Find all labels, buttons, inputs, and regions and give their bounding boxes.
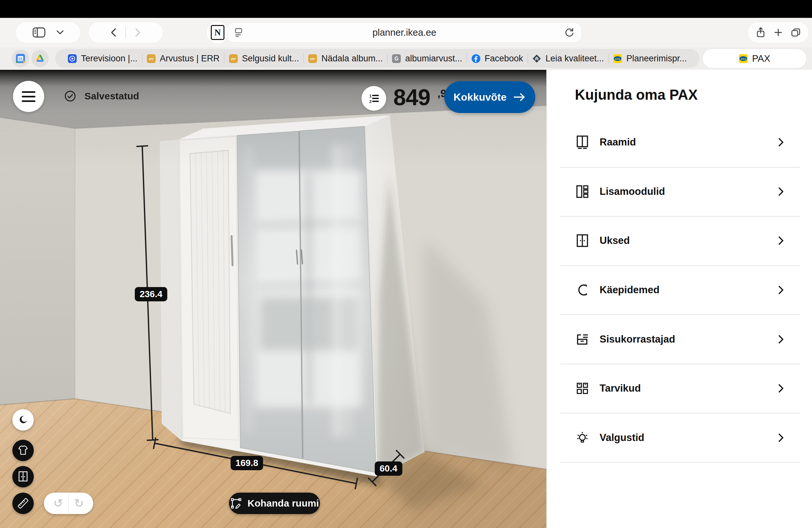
nav-buttons-group — [88, 22, 163, 43]
bookmark-label: Arvustus | ERR — [160, 54, 220, 64]
panel-item-kaepidemed[interactable]: Käepidemed — [547, 270, 812, 309]
chevron-down-icon[interactable] — [57, 30, 64, 35]
forward-button[interactable] — [135, 28, 141, 37]
google-calendar-bookmark[interactable]: 31 — [12, 50, 29, 67]
doors-icon — [575, 233, 590, 248]
svg-text:1: 1 — [369, 93, 372, 98]
price-whole: 849 — [393, 86, 430, 109]
chevron-right-icon — [778, 285, 784, 295]
wardrobe-view-button[interactable] — [12, 466, 34, 487]
chevron-right-icon — [778, 235, 784, 246]
err-icon: err — [308, 54, 317, 63]
arrow-right-icon — [512, 92, 526, 102]
panel-item-raamid[interactable]: Raamid — [547, 123, 812, 162]
configuration-panel: Kujunda oma PAX Raamid Lisamoodulid Ukse… — [546, 70, 812, 528]
undo-redo-group: ↺ ↻ — [44, 493, 93, 514]
ikea-icon: IKEA — [739, 54, 748, 63]
sidebar-toggle-group — [16, 22, 81, 43]
redo-button[interactable]: ↻ — [69, 493, 89, 513]
panel-divider — [560, 216, 800, 217]
bookmark-separator — [608, 54, 609, 63]
bookmark-separator — [527, 54, 528, 63]
undo-button[interactable]: ↺ — [48, 493, 68, 513]
interior-organizers-icon — [575, 332, 590, 347]
panel-item-valgustid[interactable]: Valgustid — [547, 418, 812, 457]
panel-item-label: Käepidemed — [599, 284, 659, 296]
depth-dimension-label: 60.4 — [375, 461, 403, 476]
bookmark-separator — [142, 54, 143, 63]
item-list-button[interactable]: 12 — [362, 86, 386, 111]
svg-text:err: err — [149, 57, 154, 61]
refresh-icon[interactable] — [565, 28, 574, 37]
jupiter-icon — [68, 54, 77, 63]
facebook-icon — [472, 54, 480, 63]
bookmark-label: Planeerimispr... — [626, 54, 687, 64]
bookmark-facebook[interactable]: Facebook — [472, 54, 523, 64]
pax-wardrobe — [160, 115, 424, 477]
share-icon[interactable] — [755, 27, 766, 38]
bookmark-leia[interactable]: Leia kvaliteet... — [532, 54, 604, 64]
g-icon: G — [392, 54, 401, 63]
decorate-button[interactable] — [12, 440, 34, 461]
save-status: Salvestatud — [64, 90, 139, 102]
panel-divider — [560, 462, 800, 463]
google-calendar-icon: 31 — [16, 54, 25, 63]
new-tab-icon[interactable] — [774, 28, 783, 37]
chevron-right-icon — [778, 383, 784, 394]
bookmark-albumiarvust[interactable]: G albumiarvust... — [392, 54, 462, 64]
edit-room-icon — [230, 497, 242, 510]
svg-text:IKEA: IKEA — [615, 58, 620, 60]
adjust-room-button[interactable]: Kohanda ruumi — [229, 493, 320, 514]
bookmark-label: Terevisioon |... — [81, 54, 137, 64]
bookmark-separator — [224, 54, 224, 63]
notion-extension-button[interactable]: N — [206, 21, 229, 44]
tab-pax[interactable]: IKEA PAX — [702, 48, 807, 69]
dark-mode-button[interactable] — [12, 409, 34, 430]
panel-item-sisukorrastajad[interactable]: Sisukorrastajad — [547, 320, 812, 359]
ruler-icon — [17, 497, 29, 510]
panel-item-tarvikud[interactable]: Tarvikud — [547, 369, 812, 408]
chevron-right-icon — [778, 432, 784, 443]
menu-button[interactable] — [13, 81, 44, 112]
bookmark-nadala[interactable]: err Nädala album... — [308, 54, 382, 64]
hamburger-icon — [22, 91, 35, 93]
panel-title: Kujunda oma PAX — [575, 87, 698, 103]
bookmarks-bar: 31 Terevisioon |... err Arvustus | ERR e… — [0, 47, 812, 70]
lighting-icon — [575, 430, 590, 445]
room-3d-view[interactable] — [0, 70, 546, 528]
bookmark-arvustus[interactable]: err Arvustus | ERR — [147, 54, 220, 64]
nav-divider — [125, 27, 126, 38]
chevron-right-icon — [778, 137, 784, 147]
quality-mark-icon — [532, 54, 541, 63]
bookmark-planeerimispr[interactable]: IKEA Planeerimispr... — [613, 54, 687, 64]
sidebar-toggle-icon[interactable] — [32, 27, 45, 38]
google-drive-bookmark[interactable] — [31, 50, 49, 67]
summary-button[interactable]: Kokkuvõte — [444, 81, 535, 113]
panel-item-label: Raamid — [599, 136, 636, 148]
panel-item-uksed[interactable]: Uksed — [547, 221, 812, 260]
bookmark-label: Leia kvaliteet... — [545, 54, 604, 64]
favorites-group: Terevisioon |... err Arvustus | ERR err … — [55, 49, 700, 68]
panel-item-label: Lisamoodulid — [599, 186, 665, 197]
panel-divider — [560, 265, 800, 266]
room-scene — [0, 70, 546, 528]
accessories-icon — [575, 381, 590, 396]
bookmark-selgusid[interactable]: err Selgusid kult... — [229, 54, 299, 64]
svg-text:err: err — [310, 57, 315, 61]
adjust-room-label: Kohanda ruumi — [247, 498, 319, 509]
svg-text:err: err — [231, 57, 236, 61]
address-bar[interactable]: planner.ikea.ee — [227, 23, 581, 42]
tshirt-icon — [17, 444, 29, 457]
svg-text:IKEA: IKEA — [741, 58, 746, 60]
reader-icon[interactable] — [234, 28, 244, 37]
tab-overview-icon[interactable] — [791, 28, 801, 37]
bookmark-label: Nädala album... — [321, 54, 382, 64]
svg-text:G: G — [395, 56, 398, 61]
back-button[interactable] — [111, 28, 116, 37]
bookmark-terevisioon[interactable]: Terevisioon |... — [68, 54, 137, 64]
panel-item-lisamoodulid[interactable]: Lisamoodulid — [547, 172, 812, 211]
bookmark-label: Selgusid kult... — [242, 54, 299, 64]
ikea-icon: IKEA — [613, 54, 622, 63]
frames-icon — [575, 135, 590, 150]
measure-button[interactable] — [12, 493, 34, 514]
